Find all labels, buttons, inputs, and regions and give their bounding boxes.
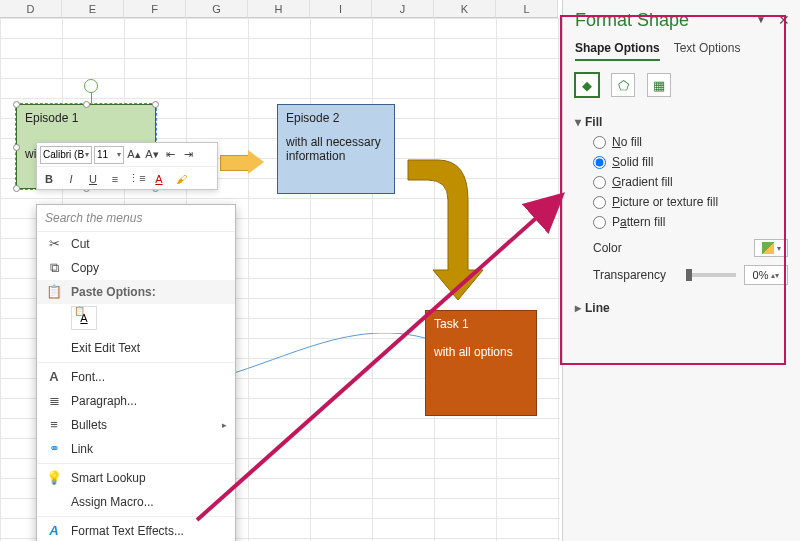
menu-paragraph[interactable]: ≣Paragraph... (37, 389, 235, 413)
copy-icon: ⧉ (45, 260, 63, 276)
scissors-icon: ✂ (45, 236, 63, 252)
increase-font-icon[interactable]: A▴ (126, 147, 142, 163)
column-header-L[interactable]: L (496, 0, 558, 18)
clipboard-icon: 📋 (45, 284, 63, 300)
shape-ep2-body: with all necessary information (286, 135, 386, 163)
menu-search[interactable]: Search the menus (37, 205, 235, 232)
bullets-button[interactable]: ⋮≡ (129, 171, 145, 187)
font-color-button[interactable]: A (151, 171, 167, 187)
menu-exit-edit-text[interactable]: Exit Edit Text (37, 336, 235, 360)
arrow-right-shape[interactable] (220, 150, 264, 174)
align-button[interactable]: ≡ (107, 171, 123, 187)
menu-bullets[interactable]: ≡Bullets▸ (37, 413, 235, 437)
shape-task1[interactable]: Task 1 with all options (425, 310, 537, 416)
context-menu: Search the menus ✂Cut ⧉Copy 📋Paste Optio… (36, 204, 236, 541)
mini-toolbar: Calibri (B▾ 11▾ A▴ A▾ ⇤ ⇥ B I U ≡ ⋮≡ A 🖌 (36, 142, 218, 190)
menu-smart-lookup[interactable]: 💡Smart Lookup (37, 466, 235, 490)
column-header-J[interactable]: J (372, 0, 434, 18)
curved-arrow-shape[interactable] (398, 150, 488, 300)
lightbulb-icon: 💡 (45, 470, 63, 486)
chevron-right-icon: ▸ (222, 417, 227, 433)
menu-assign-macro[interactable]: Assign Macro... (37, 490, 235, 514)
font-size-combo[interactable]: 11▾ (94, 146, 124, 164)
menu-format-text-effects[interactable]: AFormat Text Effects... (37, 519, 235, 541)
bullets-icon: ≡ (45, 417, 63, 433)
menu-paste-options-header: 📋Paste Options: (37, 280, 235, 304)
shape-task-body: with all options (434, 345, 528, 359)
font-icon: A (45, 369, 63, 385)
decrease-font-icon[interactable]: A▾ (144, 147, 160, 163)
shape-task-title: Task 1 (434, 317, 528, 331)
paragraph-icon: ≣ (45, 393, 63, 409)
shape-ep2-title: Episode 2 (286, 111, 386, 125)
link-icon: ⚭ (45, 441, 63, 457)
column-header-I[interactable]: I (310, 0, 372, 18)
text-effects-icon: A (45, 523, 63, 539)
worksheet-grid[interactable]: DEFGHIJKL Episode 1 wi Episode 2 with al… (0, 0, 560, 541)
italic-button[interactable]: I (63, 171, 79, 187)
menu-font[interactable]: AFont... (37, 365, 235, 389)
menu-cut[interactable]: ✂Cut (37, 232, 235, 256)
shape-episode2[interactable]: Episode 2 with all necessary information (277, 104, 395, 194)
rotate-handle-icon[interactable] (84, 79, 98, 93)
column-header-D[interactable]: D (0, 0, 62, 18)
menu-link[interactable]: ⚭Link (37, 437, 235, 461)
column-header-H[interactable]: H (248, 0, 310, 18)
decrease-indent-icon[interactable]: ⇤ (162, 147, 178, 163)
column-header-G[interactable]: G (186, 0, 248, 18)
menu-copy[interactable]: ⧉Copy (37, 256, 235, 280)
paste-keep-text-button[interactable]: 📋A (71, 306, 97, 330)
increase-indent-icon[interactable]: ⇥ (180, 147, 196, 163)
shape-ep1-title: Episode 1 (25, 111, 147, 125)
highlight-box (560, 15, 786, 365)
font-name-combo[interactable]: Calibri (B▾ (40, 146, 92, 164)
underline-button[interactable]: U (85, 171, 101, 187)
bold-button[interactable]: B (41, 171, 57, 187)
format-painter-icon[interactable]: 🖌 (173, 171, 189, 187)
column-header-K[interactable]: K (434, 0, 496, 18)
column-headers: DEFGHIJKL (0, 0, 560, 18)
column-header-F[interactable]: F (124, 0, 186, 18)
column-header-E[interactable]: E (62, 0, 124, 18)
